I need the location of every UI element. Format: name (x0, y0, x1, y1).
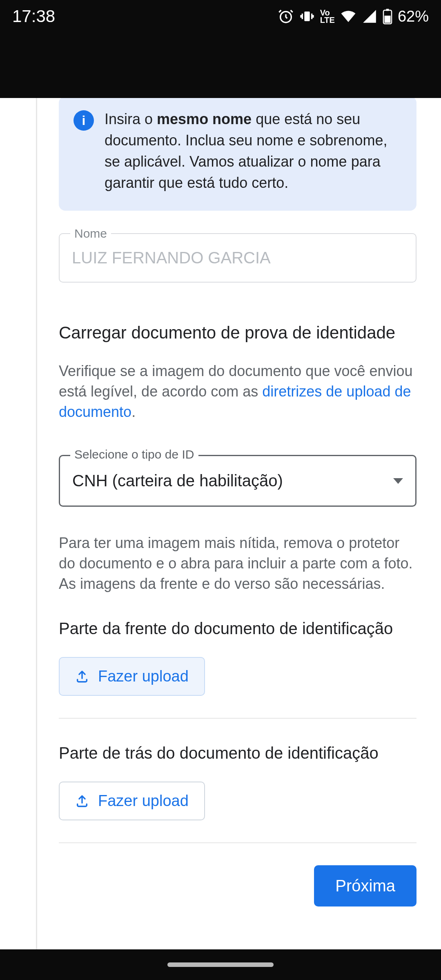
wifi-icon (340, 8, 357, 25)
android-nav-bar (0, 949, 441, 980)
info-text: Insira o mesmo nome que está no seu docu… (105, 109, 402, 194)
id-type-label: Selecione o tipo de ID (70, 448, 198, 461)
front-heading: Parte da frente do documento de identifi… (59, 618, 416, 639)
back-upload-label: Fazer upload (98, 792, 189, 810)
main-column: i Insira o mesmo nome que está no seu do… (38, 98, 441, 949)
status-bar: 17:38 VoLTE 62% (0, 0, 441, 33)
front-upload-label: Fazer upload (98, 668, 189, 685)
vibrate-icon (299, 8, 315, 24)
name-input[interactable]: LUIZ FERNANDO GARCIA (59, 233, 416, 283)
status-time: 17:38 (12, 7, 55, 26)
id-type-value: CNH (carteira de habilitação) (72, 472, 283, 490)
info-bold: mesmo nome (157, 111, 252, 127)
volte-icon: VoLTE (320, 9, 335, 24)
next-row: Próxima (59, 865, 416, 906)
content-area: i Insira o mesmo nome que está no seu do… (0, 98, 441, 949)
nav-pill[interactable] (167, 962, 274, 967)
divider (59, 842, 416, 843)
image-hint: Para ter uma imagem mais nítida, remova … (59, 533, 416, 594)
svg-rect-4 (384, 16, 390, 22)
status-right: VoLTE 62% (278, 8, 429, 25)
info-box: i Insira o mesmo nome que está no seu do… (59, 98, 416, 211)
name-field-wrapper: Nome LUIZ FERNANDO GARCIA (59, 233, 416, 283)
subtitle-after: . (131, 403, 136, 420)
upload-icon (75, 794, 89, 808)
chevron-down-icon (393, 478, 403, 484)
upload-section-subtitle: Verifique se a imagem do documento que v… (59, 361, 416, 422)
info-prefix: Insira o (105, 111, 157, 127)
back-heading: Parte de trás do documento de identifica… (59, 742, 416, 764)
divider (59, 718, 416, 719)
upload-icon (75, 670, 89, 684)
battery-percent: 62% (398, 8, 429, 25)
id-type-select[interactable]: CNH (carteira de habilitação) (59, 455, 416, 507)
svg-rect-3 (386, 9, 389, 11)
name-label: Nome (70, 227, 111, 241)
alarm-icon (278, 8, 294, 24)
back-upload-button[interactable]: Fazer upload (59, 782, 205, 820)
next-button[interactable]: Próxima (314, 865, 416, 906)
step-gutter (0, 98, 38, 949)
svg-rect-1 (304, 11, 310, 21)
battery-icon (382, 8, 393, 24)
front-upload-button[interactable]: Fazer upload (59, 657, 205, 696)
id-type-select-wrapper: Selecione o tipo de ID CNH (carteira de … (59, 455, 416, 507)
upload-section-title: Carregar documento de prova de identidad… (59, 322, 416, 344)
app-header-spacer (0, 33, 441, 98)
signal-icon (362, 9, 377, 24)
info-icon: i (74, 110, 94, 131)
